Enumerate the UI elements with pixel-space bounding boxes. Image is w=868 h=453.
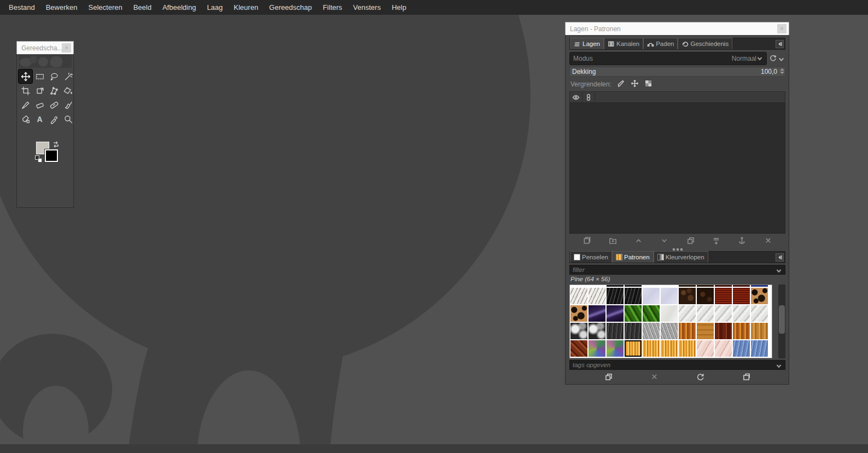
default-colors-icon[interactable]: [35, 155, 43, 163]
pattern-clouds-bw[interactable]: [570, 323, 587, 339]
mode-dropdown[interactable]: Modus Normaal: [569, 52, 767, 65]
menu-item-bestand[interactable]: Bestand: [3, 1, 40, 14]
menu-item-kleuren[interactable]: Kleuren: [228, 1, 264, 14]
opacity-spinner[interactable]: [780, 68, 784, 74]
handle-transform-tool[interactable]: [47, 84, 61, 97]
pattern-fluff-white[interactable]: [661, 305, 678, 322]
move-tool[interactable]: [19, 69, 32, 83]
dock-menu-icon[interactable]: [776, 40, 784, 48]
pattern-leather-red[interactable]: [733, 288, 750, 304]
crop-tool[interactable]: [19, 84, 32, 97]
tab-paden[interactable]: Paden: [643, 38, 678, 49]
menu-item-help[interactable]: Help: [386, 1, 412, 14]
open-pattern-as-image-button[interactable]: [740, 371, 752, 382]
pattern-marble-pink[interactable]: [697, 340, 714, 357]
pattern-swirl[interactable]: [607, 340, 624, 357]
pattern-stone-dark[interactable]: [625, 323, 642, 339]
paintbrush-tool[interactable]: [19, 98, 32, 112]
pattern-coffee[interactable]: [679, 288, 696, 304]
pattern-pine[interactable]: [661, 340, 678, 357]
pattern-parquet-red[interactable]: [715, 323, 732, 339]
refresh-patterns-button[interactable]: [694, 371, 706, 382]
menu-item-beeld[interactable]: Beeld: [128, 1, 157, 14]
smudge-tool[interactable]: [61, 98, 75, 112]
heal-tool[interactable]: [47, 98, 61, 112]
dock-splitter-handle[interactable]: [569, 247, 785, 251]
pattern-leopard[interactable]: [570, 305, 587, 322]
dock-close-button[interactable]: ×: [777, 24, 787, 33]
pattern-clouds-bw[interactable]: [589, 323, 605, 339]
fuzzy-select-tool[interactable]: [61, 69, 75, 83]
pattern-wood-tan[interactable]: [751, 323, 768, 339]
pattern-denim[interactable]: [751, 340, 768, 357]
tab-patronen[interactable]: Patronen: [612, 251, 654, 263]
toolbox-close-button[interactable]: ×: [62, 43, 71, 53]
pattern-denim[interactable]: [733, 340, 750, 357]
pattern-leopard[interactable]: [751, 288, 768, 304]
pattern-scratch-gray[interactable]: [661, 323, 678, 339]
rotate-tool[interactable]: [33, 84, 46, 97]
lower-layer-button[interactable]: [659, 235, 671, 246]
pattern-scrollbar-thumb[interactable]: [779, 305, 785, 334]
color-picker-tool[interactable]: [47, 112, 61, 126]
tab-kanalen[interactable]: Kanalen: [604, 38, 643, 49]
pattern-parquet-tan[interactable]: [697, 323, 714, 339]
menu-item-laag[interactable]: Laag: [201, 1, 228, 14]
toolbox-titlebar[interactable]: Gereedscha... ×: [16, 41, 74, 54]
pattern-pine[interactable]: [679, 340, 696, 357]
anchor-layer-button[interactable]: [736, 235, 748, 246]
lock-alpha-icon[interactable]: [644, 79, 653, 89]
pattern-coffee-dark[interactable]: [697, 288, 714, 304]
lock-pixels-icon[interactable]: [617, 79, 625, 89]
dock-menu-icon[interactable]: [776, 253, 784, 262]
pattern-scrollbar[interactable]: [778, 284, 785, 358]
delete-pattern-button[interactable]: [649, 371, 661, 382]
pattern-marble-black[interactable]: [607, 288, 624, 304]
bucket-fill-tool[interactable]: [61, 84, 75, 97]
duplicate-pattern-button[interactable]: [603, 371, 615, 382]
menu-item-gereedschap[interactable]: Gereedschap: [264, 1, 317, 14]
pattern-marble-soft[interactable]: [697, 305, 714, 322]
pattern-wood-grain[interactable]: [733, 323, 750, 339]
pattern-leather-red[interactable]: [715, 288, 732, 304]
opacity-slider[interactable]: Dekking 100,0: [569, 67, 785, 77]
raise-layer-button[interactable]: [632, 235, 644, 246]
pattern-leaves-green[interactable]: [643, 305, 660, 322]
link-icon[interactable]: [582, 92, 595, 102]
pattern-marble-white[interactable]: [589, 288, 605, 304]
tab-penselen[interactable]: Penselen: [570, 251, 612, 263]
pattern-marble-black[interactable]: [625, 288, 642, 304]
chevron-down-icon[interactable]: [776, 362, 782, 368]
pattern-lightning-purple[interactable]: [607, 305, 624, 322]
text-tool[interactable]: A: [33, 112, 46, 126]
rectangle-select-tool[interactable]: [33, 69, 46, 83]
swap-colors-icon[interactable]: [52, 141, 60, 148]
pattern-marble-soft[interactable]: [751, 305, 768, 322]
pattern-parquet-wood[interactable]: [570, 340, 587, 357]
tab-lagen[interactable]: Lagen: [570, 38, 604, 49]
menu-item-vensters[interactable]: Vensters: [348, 1, 387, 14]
new-layer-button[interactable]: [581, 235, 593, 246]
pattern-wood-grain[interactable]: [679, 323, 696, 339]
delete-layer-button[interactable]: [762, 235, 774, 246]
pattern-marble-white[interactable]: [570, 288, 587, 304]
pattern-marble-pink[interactable]: [715, 340, 732, 357]
mode-switch-icon[interactable]: [770, 54, 777, 63]
chevron-down-icon[interactable]: [778, 55, 784, 62]
pattern-scratch-gray[interactable]: [643, 323, 660, 339]
pattern-lightning-purple[interactable]: [589, 305, 605, 322]
menu-item-filters[interactable]: Filters: [317, 1, 347, 14]
eye-icon[interactable]: [570, 92, 582, 102]
new-layer-group-button[interactable]: [607, 235, 619, 246]
tags-input[interactable]: tags opgeven: [569, 360, 785, 370]
tab-geschiedenis[interactable]: Geschiedenis: [678, 38, 732, 49]
menu-item-afbeelding[interactable]: Afbeelding: [157, 1, 201, 14]
pattern-marble-soft[interactable]: [679, 305, 696, 322]
dock-titlebar[interactable]: Lagen - Patronen ×: [565, 22, 789, 35]
pattern-filter-input[interactable]: filter: [569, 265, 785, 275]
pattern-marble-soft[interactable]: [733, 305, 750, 322]
pattern-lavender[interactable]: [643, 288, 660, 304]
eraser-tool[interactable]: [33, 98, 46, 112]
tab-kleurverlopen[interactable]: Kleurverlopen: [654, 251, 708, 263]
pattern-leaves-green[interactable]: [625, 305, 642, 322]
